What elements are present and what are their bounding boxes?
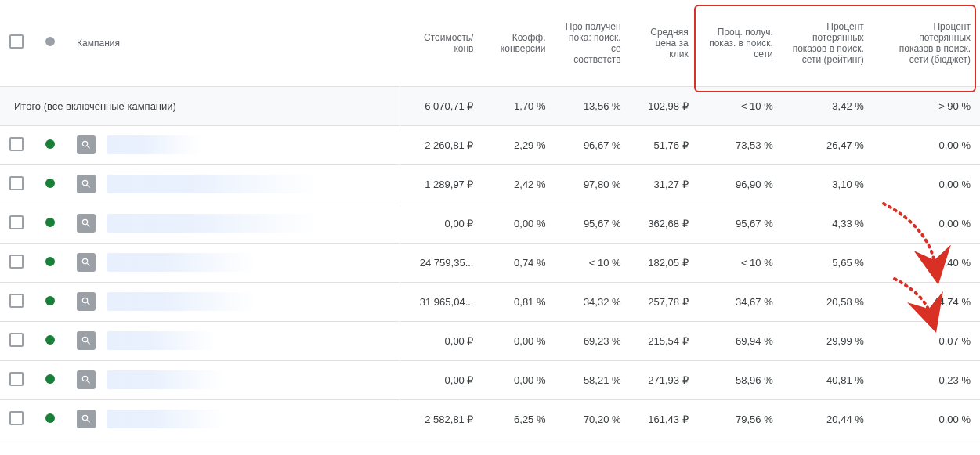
row-checkbox-cell: [0, 282, 36, 321]
row-checkbox[interactable]: [9, 372, 24, 386]
totals-lost-rank: 3,42 %: [783, 86, 873, 125]
totals-row: Итого (все включенные кампании) 6 070,71…: [0, 86, 980, 125]
campaign-name-blurred[interactable]: [107, 253, 255, 272]
status-dot-enabled[interactable]: [45, 413, 55, 423]
cell-conv-rate: 0,00 %: [483, 204, 555, 243]
campaign-name-blurred[interactable]: [107, 135, 201, 154]
campaign-cell: [67, 282, 400, 321]
status-dot-enabled[interactable]: [45, 296, 55, 305]
header-conv-rate[interactable]: Коэфф. конверсии: [483, 0, 555, 86]
totals-search-is: < 10 %: [698, 86, 783, 125]
status-dot-enabled[interactable]: [45, 179, 55, 188]
cell-impr-share: 69,23 %: [555, 321, 631, 360]
cell-search-is: 96,90 %: [698, 164, 783, 204]
cell-search-is: 69,94 %: [698, 321, 783, 360]
search-icon[interactable]: [77, 331, 96, 350]
row-checkbox-cell: [0, 164, 36, 204]
table-row[interactable]: 31 965,04... 0,81 % 34,32 % 257,78 ₽ 34,…: [0, 282, 980, 321]
row-checkbox-cell: [0, 243, 36, 282]
cell-avg-cpc: 182,05 ₽: [631, 243, 698, 282]
status-dot-enabled[interactable]: [45, 218, 55, 227]
cell-avg-cpc: 215,54 ₽: [631, 321, 698, 360]
cell-search-is: 34,67 %: [698, 282, 783, 321]
row-status-cell: [36, 164, 67, 204]
header-checkbox-cell: [0, 0, 36, 86]
header-lost-budget[interactable]: Процент потерянных показов в поиск. сети…: [873, 0, 980, 86]
table-row[interactable]: 0,00 ₽ 0,00 % 69,23 % 215,54 ₽ 69,94 % 2…: [0, 321, 980, 360]
cell-lost-budget: 0,23 %: [873, 360, 980, 399]
cell-lost-budget: 0,07 %: [873, 321, 980, 360]
cell-conv-rate: 0,81 %: [483, 282, 555, 321]
select-all-checkbox[interactable]: [9, 34, 24, 49]
table-row[interactable]: 2 260,81 ₽ 2,29 % 96,67 % 51,76 ₽ 73,53 …: [0, 125, 980, 164]
row-checkbox[interactable]: [9, 294, 24, 308]
status-dot-enabled[interactable]: [45, 139, 55, 149]
table-row[interactable]: 0,00 ₽ 0,00 % 58,21 % 271,93 ₽ 58,96 % 4…: [0, 360, 980, 399]
campaign-name-blurred[interactable]: [107, 370, 224, 389]
campaign-name-blurred[interactable]: [107, 331, 216, 350]
cell-search-is: < 10 %: [698, 243, 783, 282]
header-status-cell: [36, 0, 67, 86]
cell-lost-rank: 29,99 %: [783, 321, 873, 360]
totals-conv-rate: 1,70 %: [483, 86, 555, 125]
cell-impr-share: 95,67 %: [555, 204, 631, 243]
cell-lost-budget: 44,74 %: [873, 282, 980, 321]
campaign-name-blurred[interactable]: [107, 175, 318, 193]
row-checkbox-cell: [0, 125, 36, 164]
cell-conv-rate: 0,74 %: [483, 243, 555, 282]
campaign-cell: [67, 399, 400, 439]
header-cost-conv[interactable]: Стоимость/конв: [400, 0, 483, 86]
row-checkbox[interactable]: [9, 215, 24, 229]
cell-cost-conv: 0,00 ₽: [400, 204, 483, 243]
campaign-name-blurred[interactable]: [107, 292, 255, 311]
header-lost-rank[interactable]: Процент потерянных показов в поиск. сети…: [783, 0, 873, 86]
totals-impr-share: 13,56 %: [555, 86, 631, 125]
search-icon[interactable]: [77, 410, 96, 428]
row-status-cell: [36, 204, 67, 243]
cell-lost-rank: 20,58 %: [783, 282, 873, 321]
cell-conv-rate: 0,00 %: [483, 360, 555, 399]
cell-impr-share: < 10 %: [555, 243, 631, 282]
header-campaign[interactable]: Кампания: [67, 0, 400, 86]
row-status-cell: [36, 282, 67, 321]
campaign-cell: [67, 204, 400, 243]
row-checkbox[interactable]: [9, 411, 24, 425]
cell-cost-conv: 24 759,35...: [400, 243, 483, 282]
totals-cost-conv: 6 070,71 ₽: [400, 86, 483, 125]
row-checkbox[interactable]: [9, 333, 24, 347]
status-filter-dot[interactable]: [45, 37, 55, 46]
status-dot-enabled[interactable]: [45, 257, 55, 266]
row-status-cell: [36, 243, 67, 282]
campaign-name-blurred[interactable]: [107, 214, 318, 233]
cell-lost-budget: 0,00 %: [873, 399, 980, 439]
row-checkbox[interactable]: [9, 176, 24, 190]
row-checkbox-cell: [0, 399, 36, 439]
row-status-cell: [36, 399, 67, 439]
status-dot-enabled[interactable]: [45, 335, 55, 345]
cell-cost-conv: 0,00 ₽: [400, 321, 483, 360]
search-icon[interactable]: [77, 175, 96, 193]
search-icon[interactable]: [77, 214, 96, 233]
status-dot-enabled[interactable]: [45, 374, 55, 384]
table-row[interactable]: 1 289,97 ₽ 2,42 % 97,80 % 31,27 ₽ 96,90 …: [0, 164, 980, 204]
search-icon[interactable]: [77, 253, 96, 272]
cell-search-is: 95,67 %: [698, 204, 783, 243]
row-status-cell: [36, 360, 67, 399]
row-checkbox[interactable]: [9, 255, 24, 269]
table-row[interactable]: 2 582,81 ₽ 6,25 % 70,20 % 161,43 ₽ 79,56…: [0, 399, 980, 439]
search-icon[interactable]: [77, 292, 96, 311]
table-row[interactable]: 24 759,35... 0,74 % < 10 % 182,05 ₽ < 10…: [0, 243, 980, 282]
row-checkbox[interactable]: [9, 137, 24, 151]
cell-search-is: 79,56 %: [698, 399, 783, 439]
row-status-cell: [36, 125, 67, 164]
search-icon[interactable]: [77, 370, 96, 389]
header-avg-cpc[interactable]: Средняя цена за клик: [631, 0, 698, 86]
table-row[interactable]: 0,00 ₽ 0,00 % 95,67 % 362,68 ₽ 95,67 % 4…: [0, 204, 980, 243]
header-impr-share[interactable]: Про получен пока: поиск. се соответств: [555, 0, 631, 86]
header-search-is[interactable]: Проц. получ. показ. в поиск. сети: [698, 0, 783, 86]
cell-cost-conv: 1 289,97 ₽: [400, 164, 483, 204]
campaign-name-blurred[interactable]: [107, 410, 224, 428]
search-icon[interactable]: [77, 135, 96, 154]
cell-lost-budget: 0,00 %: [873, 204, 980, 243]
cell-lost-rank: 20,44 %: [783, 399, 873, 439]
